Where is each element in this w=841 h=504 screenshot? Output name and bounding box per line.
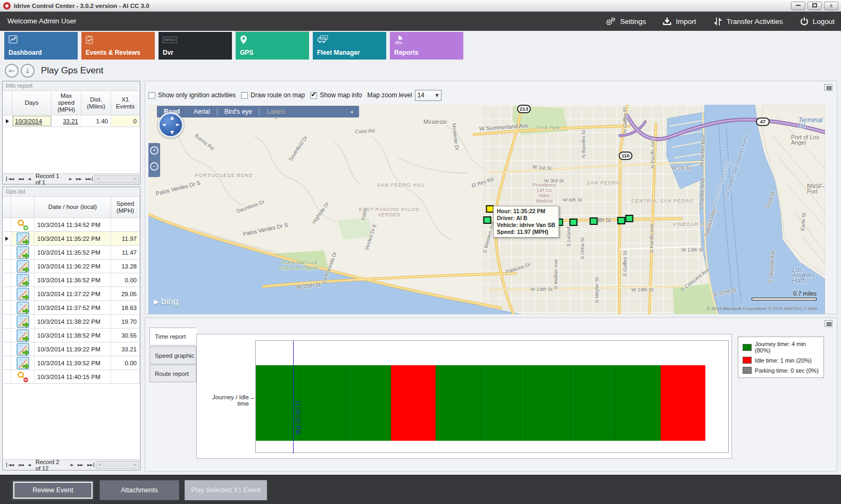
checkbox[interactable] bbox=[310, 92, 317, 99]
transfer-activities-button[interactable]: Transfer Activities bbox=[713, 17, 783, 26]
route-marker[interactable] bbox=[626, 215, 634, 222]
gps-list-item[interactable]: 10/3/2014 11:34:52 PM bbox=[3, 218, 140, 232]
maximize-button[interactable] bbox=[807, 2, 822, 10]
map-zoom-in-button[interactable]: + bbox=[150, 146, 159, 155]
time-report-maximize-button[interactable] bbox=[825, 320, 832, 327]
tab-reports[interactable]: Reports bbox=[390, 32, 463, 60]
gps-list-item[interactable]: 10/3/2014 11:35:22 PM11.97 bbox=[3, 232, 140, 246]
max-speed-cell[interactable]: 33.21 bbox=[52, 115, 81, 127]
checkbox[interactable] bbox=[148, 92, 155, 99]
record-fast-back-button[interactable]: ◄◄ bbox=[15, 177, 25, 181]
minimize-button[interactable] bbox=[791, 2, 805, 10]
gps-list-item[interactable]: 10/3/2014 11:38:22 PM19.70 bbox=[3, 315, 140, 329]
gps-list-item[interactable]: 10/3/2014 11:39:52 PM0.00 bbox=[3, 356, 140, 370]
review-event-button[interactable]: Review Event bbox=[12, 480, 94, 500]
down-button[interactable]: ↓ bbox=[21, 64, 35, 78]
import-icon bbox=[663, 17, 671, 26]
chart-segment-journey bbox=[301, 365, 346, 441]
zoom-level-dropdown[interactable]: 14▼ bbox=[415, 90, 442, 101]
gps-column-header[interactable]: Date / hour (local) bbox=[35, 197, 111, 217]
gps-column-header[interactable]: Speed (MPH) bbox=[111, 197, 140, 217]
legend-swatch bbox=[743, 367, 752, 374]
map-zoom-level-control: Map zoom level14▼ bbox=[368, 90, 442, 101]
gps-list-item[interactable]: 10/3/2014 11:38:52 PM30.55 bbox=[3, 329, 140, 342]
route-icon bbox=[11, 301, 35, 314]
back-button[interactable]: ← bbox=[5, 64, 19, 78]
info-column-header[interactable]: X1 Events bbox=[111, 91, 140, 115]
route-marker[interactable] bbox=[590, 217, 598, 225]
record-last-button[interactable]: ►► bbox=[84, 177, 93, 181]
gps-header-row: Date / hour (local)Speed (MPH) bbox=[3, 197, 140, 218]
checkbox[interactable] bbox=[241, 92, 248, 99]
legend-label: Parking time: 0 sec (0%) bbox=[755, 367, 819, 374]
page-title: Play Gps Event bbox=[41, 65, 103, 76]
record-scrollbar[interactable]: ◄► bbox=[96, 461, 139, 469]
chart-segment-journey bbox=[481, 365, 526, 441]
action-label: Transfer Activities bbox=[727, 18, 783, 26]
row-indicator bbox=[3, 246, 11, 259]
pie-icon bbox=[394, 35, 405, 45]
map-compass-control[interactable]: ▲▼ ◄► bbox=[158, 112, 184, 138]
info-column-header[interactable]: Max speed (MPH) bbox=[52, 91, 81, 115]
gps-speed-cell bbox=[111, 218, 140, 231]
map-style-bird-s-eye[interactable]: Bird's eye bbox=[218, 108, 259, 115]
logout-button[interactable]: Logout bbox=[800, 17, 835, 26]
record-prev-button[interactable]: ◄ bbox=[26, 463, 32, 467]
record-prev-button[interactable]: ◄ bbox=[26, 177, 32, 181]
toolbar-collapse-button[interactable]: « bbox=[345, 108, 359, 115]
map-panel-maximize-button[interactable] bbox=[825, 84, 832, 91]
import-button[interactable]: Import bbox=[663, 17, 696, 26]
tab-dashboard[interactable]: Dashboard bbox=[4, 32, 78, 60]
tab-route-report[interactable]: Route report bbox=[149, 365, 196, 382]
bing-map[interactable]: MiralestePeck ParkCrest RdW Summerland A… bbox=[148, 105, 825, 314]
record-last-button[interactable]: ►► bbox=[85, 463, 94, 467]
route-marker[interactable] bbox=[484, 216, 492, 224]
tab-time-report[interactable]: Time report bbox=[149, 327, 196, 346]
sub-toolbar: ← ↓ Play Gps Event bbox=[0, 60, 841, 81]
record-next-button[interactable]: ► bbox=[67, 177, 74, 181]
checkbox-label: Show map info bbox=[320, 91, 362, 99]
days-cell[interactable]: 10/3/2014 bbox=[12, 115, 52, 127]
route-marker[interactable] bbox=[570, 219, 578, 226]
route-icon bbox=[11, 259, 35, 273]
gps-list-item[interactable]: 10/3/2014 11:37:22 PM29.05 bbox=[3, 287, 140, 301]
record-fast-back-button[interactable]: ◄◄ bbox=[15, 463, 25, 467]
fleet-icon bbox=[317, 35, 328, 45]
route-icon bbox=[11, 329, 35, 342]
route-marker[interactable] bbox=[618, 217, 626, 224]
map-zoom-out-button[interactable]: − bbox=[150, 162, 159, 171]
gps-list-item[interactable]: 10/3/2014 11:39:22 PM33.21 bbox=[3, 342, 140, 356]
tab-speed-graphic[interactable]: Speed graphic bbox=[149, 347, 196, 364]
gps-list-item[interactable]: 10/3/2014 11:40:15 PM bbox=[3, 370, 140, 384]
tab-gps[interactable]: GPS bbox=[236, 32, 309, 60]
chart-box: Journey / Idle time 11:35:22 PM bbox=[196, 334, 732, 459]
zoom-level-value: 14 bbox=[418, 91, 424, 99]
action-label: Import bbox=[676, 18, 696, 26]
info-column-header[interactable]: Days bbox=[12, 91, 52, 115]
record-scrollbar[interactable]: ◄► bbox=[94, 175, 139, 183]
tab-label: Dashboard bbox=[9, 49, 42, 56]
record-first-button[interactable]: ◄◄ bbox=[6, 177, 15, 181]
tab-fleet-manager[interactable]: Fleet Manager bbox=[313, 32, 386, 60]
tab-events-reviews[interactable]: Events & Reviews bbox=[81, 32, 155, 60]
record-first-button[interactable]: ◄◄ bbox=[6, 463, 15, 467]
record-next-button[interactable]: ► bbox=[68, 463, 75, 467]
gps-list-item[interactable]: 10/3/2014 11:35:52 PM11.47 bbox=[3, 246, 140, 259]
settings-button[interactable]: Settings bbox=[605, 17, 646, 26]
dist-cell: 1.40 bbox=[81, 115, 111, 127]
gps-list-item[interactable]: 10/3/2014 11:36:22 PM13.28 bbox=[3, 259, 140, 273]
info-table-row[interactable]: 10/3/201433.211.400 bbox=[3, 115, 140, 127]
gps-list-item[interactable]: 10/3/2014 11:36:52 PM0.00 bbox=[3, 273, 140, 287]
tab-dvr[interactable]: MERGEDvr bbox=[159, 32, 232, 60]
gps-list-item[interactable]: 10/3/2014 11:37:52 PM18.63 bbox=[3, 301, 140, 315]
close-button[interactable]: x bbox=[824, 2, 838, 10]
gps-speed-cell: 18.63 bbox=[111, 301, 140, 314]
map-style-aerial[interactable]: Aerial bbox=[187, 108, 217, 115]
info-column-header[interactable]: Dist. (Miles) bbox=[81, 91, 111, 115]
map-copyright: © 2014 Microsoft Corporation © 2010 NAVT… bbox=[707, 306, 818, 311]
attachments-button[interactable]: Attachments bbox=[99, 480, 179, 500]
row-indicator bbox=[3, 273, 11, 287]
record-fast-forward-button[interactable]: ►► bbox=[74, 177, 84, 181]
tab-label: GPS bbox=[240, 49, 253, 56]
record-fast-forward-button[interactable]: ►► bbox=[76, 463, 85, 467]
